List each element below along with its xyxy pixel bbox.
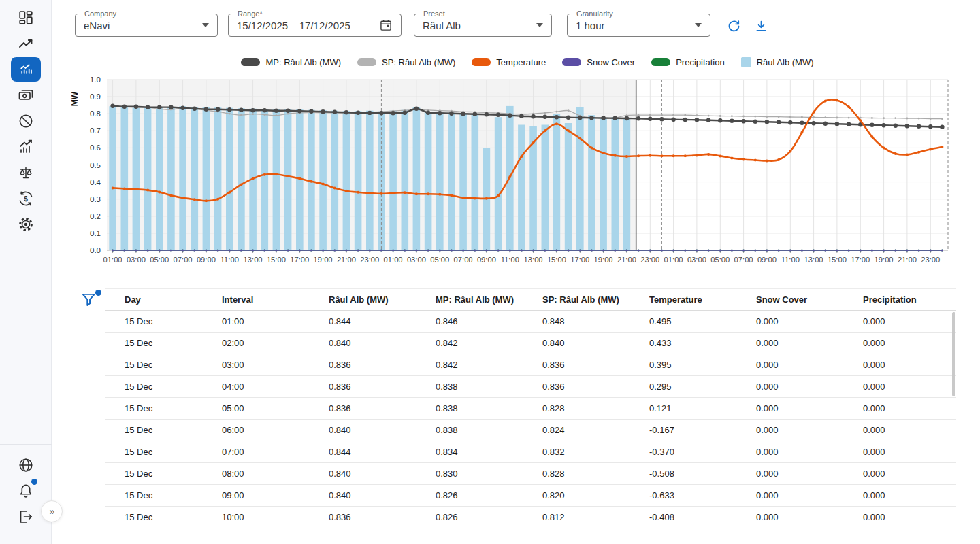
settings-gear-icon[interactable] <box>18 216 34 233</box>
data-point <box>474 197 476 199</box>
data-point <box>602 152 605 154</box>
payments-icon[interactable] <box>18 87 34 103</box>
table-row: 15 Dec05:000.8360.8380.8280.1210.0000.00… <box>105 398 956 420</box>
legend-item[interactable]: MP: Râul Alb (MW) <box>241 57 341 67</box>
data-point <box>801 250 803 252</box>
x-tick-label: 07:00 <box>454 256 473 264</box>
legend-item[interactable]: Râul Alb (MW) <box>741 57 814 67</box>
y-tick-label: 0.0 <box>90 246 101 254</box>
range-input[interactable]: Range* 15/12/2025 – 17/12/2025 <box>228 14 402 37</box>
column-header[interactable]: Interval <box>222 289 329 311</box>
table-cell: 0.828 <box>542 463 649 485</box>
data-point <box>357 191 359 194</box>
company-select[interactable]: Company eNavi <box>75 14 218 37</box>
preset-select[interactable]: Preset Râul Alb <box>414 14 552 37</box>
block-icon[interactable] <box>18 113 34 129</box>
table-cell: 0.495 <box>649 311 756 333</box>
table-cell: 0.000 <box>756 485 863 507</box>
data-point <box>566 116 570 120</box>
data-point <box>252 113 254 115</box>
data-point <box>263 250 265 252</box>
legend-swatch <box>357 58 376 66</box>
table-cell: 15 Dec <box>105 485 222 507</box>
refresh-button[interactable] <box>720 14 747 38</box>
legend-item[interactable]: Snow Cover <box>562 57 635 67</box>
trending-up-icon[interactable] <box>18 35 34 52</box>
column-header[interactable]: Râul Alb (MW) <box>329 289 436 311</box>
table-cell: 0.000 <box>863 485 956 507</box>
data-point <box>544 129 546 132</box>
data-point <box>754 159 757 162</box>
sidebar-divider <box>0 444 52 445</box>
table-cell: 0.838 <box>436 398 542 420</box>
currency-exchange-icon[interactable]: $ <box>18 190 34 207</box>
data-point <box>578 137 581 140</box>
data-point <box>929 148 932 150</box>
data-point <box>578 116 582 120</box>
data-point <box>170 250 172 252</box>
chevron-down-icon <box>536 23 543 27</box>
data-point <box>590 146 593 149</box>
x-tick-label: 23:00 <box>921 256 940 264</box>
notifications-bell-icon[interactable] <box>18 483 34 499</box>
column-header[interactable]: Temperature <box>649 289 756 311</box>
x-tick-label: 15:00 <box>267 256 286 264</box>
bar <box>565 123 572 250</box>
table-cell: 0.295 <box>649 376 756 398</box>
legend-item[interactable]: Precipitation <box>651 57 725 67</box>
language-globe-icon[interactable] <box>18 457 34 473</box>
calendar-icon[interactable] <box>379 18 393 32</box>
chart[interactable]: 01:0003:0005:0007:0009:0011:0013:0015:00… <box>68 71 960 272</box>
data-point <box>778 116 780 118</box>
table-cell: 0.826 <box>436 507 542 528</box>
data-point <box>567 129 570 132</box>
table-cell: 0.842 <box>436 333 542 354</box>
data-point <box>297 109 301 113</box>
sidebar-expand-button[interactable]: » <box>41 500 63 522</box>
data-point <box>883 250 885 252</box>
data-point <box>742 250 745 252</box>
column-header[interactable]: SP: Râul Alb (MW) <box>542 289 649 311</box>
data-point <box>438 193 441 196</box>
data-point <box>392 192 395 194</box>
table-cell: 0.838 <box>436 376 542 398</box>
data-point <box>159 250 161 252</box>
data-point <box>123 250 125 252</box>
x-tick-label: 07:00 <box>174 256 193 264</box>
data-point <box>591 250 593 252</box>
table-cell: 15 Dec <box>105 354 222 376</box>
x-tick-label: 23:00 <box>640 256 659 264</box>
dashboard-icon[interactable] <box>18 10 34 26</box>
legend-item[interactable]: SP: Râul Alb (MW) <box>357 57 455 67</box>
data-point <box>263 108 267 112</box>
data-point <box>684 250 686 252</box>
data-point <box>439 250 441 252</box>
insights-icon[interactable] <box>18 139 34 155</box>
logout-icon[interactable] <box>18 509 34 525</box>
column-header[interactable]: Snow Cover <box>756 289 863 311</box>
bar <box>623 118 631 250</box>
table-cell: 05:00 <box>222 398 329 420</box>
data-point <box>392 250 394 252</box>
column-header[interactable]: Precipitation <box>863 289 956 311</box>
legend-item[interactable]: Temperature <box>472 57 546 67</box>
y-tick-label: 0.4 <box>90 178 101 186</box>
sidebar-item-analytics-active[interactable] <box>11 57 41 82</box>
table-scrollbar[interactable] <box>952 312 956 396</box>
x-tick-label: 03:00 <box>407 256 426 264</box>
table-cell: 15 Dec <box>105 507 222 528</box>
bar <box>576 107 584 250</box>
column-header[interactable]: Day <box>105 289 222 311</box>
x-tick-label: 19:00 <box>875 256 894 264</box>
data-point <box>708 115 710 117</box>
data-point <box>871 250 873 252</box>
balance-scale-icon[interactable] <box>18 165 34 181</box>
granularity-select[interactable]: Granularity 1 hour <box>567 14 710 37</box>
bar <box>542 125 549 251</box>
data-point <box>613 116 617 120</box>
download-button[interactable] <box>747 14 774 38</box>
data-point <box>299 250 301 252</box>
column-header[interactable]: MP: Râul Alb (MW) <box>436 289 542 311</box>
data-point <box>193 198 196 201</box>
data-point <box>169 194 172 197</box>
